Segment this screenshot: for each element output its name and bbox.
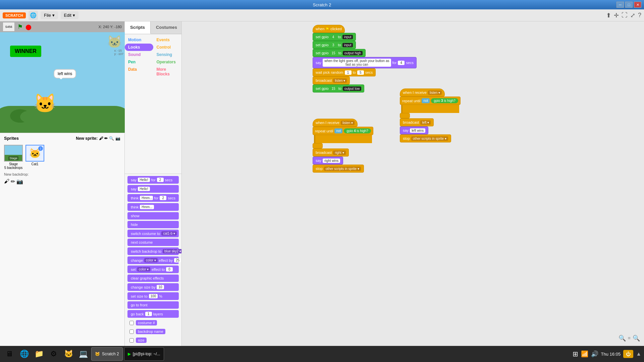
file-menu[interactable]: File ▾ — [41, 11, 58, 19]
edit-sprite-icon[interactable]: ✏ — [104, 136, 108, 141]
minimize-button[interactable]: ─ — [616, 2, 624, 8]
taskbar-settings-icon[interactable]: ⚙ — [47, 347, 60, 361]
backdrop-name-checkbox[interactable] — [129, 329, 134, 334]
block-costume-num[interactable]: costume # — [127, 319, 179, 326]
block-size[interactable]: size — [127, 337, 179, 344]
fullscreen-icon[interactable]: ⛶ — [622, 12, 628, 19]
block-switch-costume[interactable]: switch costume to cat1-b ▾ — [127, 230, 179, 237]
green-flag-button[interactable]: ⚑ — [17, 23, 23, 31]
cat-motion[interactable]: Motion — [125, 36, 153, 44]
block-think-secs[interactable]: think Hmm... for 2 secs — [127, 194, 179, 202]
zoom-in-icon[interactable]: 🔍 — [633, 335, 640, 342]
taskbar-grid-icon[interactable]: ⊞ — [573, 350, 578, 358]
taskbar-wifi-icon[interactable]: 📶 — [581, 350, 588, 358]
block-backdrop-name[interactable]: backdrop name — [127, 328, 179, 335]
paste-icon[interactable]: ✛ — [614, 12, 619, 19]
block-say-secs[interactable]: say Hello! for 2 secs — [127, 176, 179, 184]
block-repeat-until-gpio4[interactable]: repeat until not gpio 3 is high? — [400, 97, 461, 105]
tab-costumes[interactable]: Costumes — [151, 21, 183, 34]
zoom-icon[interactable]: ⤢ — [630, 12, 635, 19]
taskbar-files-icon[interactable]: 📁 — [32, 347, 46, 361]
globe-icon[interactable]: 🌐 — [29, 11, 38, 20]
block-clear-effects[interactable]: clear graphic effects — [127, 275, 179, 282]
edit-menu[interactable]: Edit ▾ — [61, 11, 78, 19]
block-when-receive-listen-2[interactable]: when I receive listen ▾ — [313, 119, 358, 127]
script-group-1: when ⚑ clicked set gpio 4 to input set g… — [313, 25, 417, 93]
taskbar-scratch-icon: 🐱 — [95, 352, 100, 356]
stage-sprite-item[interactable]: Stage Stage5 backdrops — [4, 145, 23, 170]
block-hide[interactable]: hide — [127, 221, 179, 228]
close-button[interactable]: ✕ — [634, 2, 641, 8]
costume-num-checkbox[interactable] — [129, 321, 134, 325]
menubar: SCRATCH 🌐 File ▾ Edit ▾ ⬆ ✛ ⛶ ⤢ ? — [0, 9, 644, 21]
block-switch-backdrop[interactable]: switch backdrop to blue sky2 ▾ — [127, 247, 179, 255]
block-when-flag-clicked[interactable]: when ⚑ clicked — [313, 25, 345, 33]
cat-data[interactable]: Data — [125, 66, 155, 78]
taskbar-desktop-icon[interactable]: 🖥 — [3, 347, 16, 361]
cat-sprite-item[interactable]: i 🐱 Cat1 — [25, 145, 44, 170]
block-broadcast-listen[interactable]: broadcast listen ▾ — [313, 76, 350, 84]
cat-control[interactable]: Control — [153, 44, 182, 51]
stop-button[interactable]: ⬤ — [25, 24, 32, 30]
zoom-reset-icon[interactable]: = — [628, 336, 631, 341]
cat-sensing[interactable]: Sensing — [153, 51, 182, 58]
block-broadcast-right[interactable]: broadcast right ▾ — [313, 148, 349, 157]
search-sprite-icon[interactable]: 🔍 — [109, 136, 114, 141]
block-say-left-wins[interactable]: say left wins — [400, 126, 428, 134]
block-show[interactable]: show — [127, 212, 179, 220]
block-repeat-until-gpio3[interactable]: repeat until not gpio 4 is high? — [313, 127, 373, 135]
block-set-effect[interactable]: set color ▾ effect to 0 — [127, 265, 179, 273]
block-say-instruction[interactable]: say when the light goes off, push your b… — [313, 57, 417, 68]
block-think[interactable]: think Hmm... — [127, 203, 179, 211]
taskbar-terminal-icon[interactable]: 💻 — [76, 347, 90, 361]
taskbar-power-icon[interactable]: ⏻ — [623, 350, 633, 358]
block-wait-random[interactable]: wait pick random 1 to 5 secs — [313, 68, 376, 76]
edit-backdrop-icon[interactable]: ✏ — [11, 178, 15, 185]
block-stop-other-scripts-2[interactable]: stop other scripts in sprite ▾ — [313, 165, 364, 173]
block-set-gpio4-input[interactable]: set gpio 4 to input — [313, 33, 356, 41]
paint-sprite-icon[interactable]: 🖌 — [99, 136, 103, 141]
taskbar-expand-icon[interactable]: ▲ — [636, 351, 641, 357]
camera-sprite-icon[interactable]: 📷 — [115, 136, 120, 141]
taskbar-terminal-app[interactable]: ▶ [pi@pi-top: ~/... — [124, 347, 164, 361]
zoom-out-icon[interactable]: 🔍 — [619, 335, 626, 342]
cat-sound[interactable]: Sound — [125, 51, 153, 58]
block-stop-other-scripts-3[interactable]: stop other scripts in sprite ▾ — [400, 134, 451, 142]
cat-thumbnail[interactable]: i 🐱 — [25, 145, 44, 162]
block-change-effect[interactable]: change color ▾ effect by 25 — [127, 256, 179, 264]
block-when-receive-listen-3[interactable]: when I receive listen ▾ — [400, 88, 445, 97]
block-go-to-front[interactable]: go to front — [127, 301, 179, 309]
tab-scripts[interactable]: Scripts — [125, 21, 151, 34]
cat-operators[interactable]: Operators — [153, 58, 182, 66]
help-icon[interactable]: ? — [638, 12, 641, 19]
block-change-size[interactable]: change size by 10 — [127, 283, 179, 291]
block-say-right-wins[interactable]: say right wins — [313, 157, 343, 165]
taskbar-browser-icon[interactable]: 🌐 — [17, 347, 31, 361]
block-next-costume[interactable]: next costume — [127, 239, 179, 246]
block-set-size[interactable]: set size to 100 % — [127, 292, 179, 300]
backdrop-controls: 🖌 ✏ 📷 — [0, 178, 124, 185]
taskbar: 🖥 🌐 📁 ⚙ 🐱 💻 🐱 Scratch 2 ▶ [pi@pi-top: ~/… — [0, 346, 644, 362]
cat-looks[interactable]: Looks — [125, 44, 153, 51]
stage-thumbnail[interactable]: Stage — [4, 145, 23, 162]
block-set-gpio15-low[interactable]: set gpio 15 to output low — [313, 84, 364, 93]
block-set-gpio15-high[interactable]: set gpio 15 to output high — [313, 49, 366, 57]
paint-backdrop-icon[interactable]: 🖌 — [4, 178, 9, 185]
size-checkbox[interactable] — [129, 338, 134, 343]
scripts-area[interactable]: when ⚑ clicked set gpio 4 to input set g… — [182, 21, 644, 346]
block-say[interactable]: say Hello! — [127, 185, 179, 193]
repeat-body-3 — [401, 105, 459, 113]
copy-icon[interactable]: ⬆ — [606, 12, 611, 19]
block-set-gpio3-input[interactable]: set gpio 3 to input — [313, 41, 356, 49]
cat-events[interactable]: Events — [153, 36, 182, 44]
cat-pen[interactable]: Pen — [125, 58, 153, 66]
block-go-back-layers[interactable]: go back 1 layers — [127, 310, 179, 318]
block-broadcast-left[interactable]: broadcast left ▾ — [400, 118, 434, 126]
window-controls: ─ □ ✕ — [616, 2, 641, 8]
taskbar-volume-icon[interactable]: 🔊 — [591, 350, 598, 358]
camera-backdrop-icon[interactable]: 📷 — [16, 178, 23, 185]
cat-more-blocks[interactable]: More Blocks — [155, 66, 182, 78]
taskbar-scratch-app[interactable]: 🐱 Scratch 2 — [91, 347, 123, 361]
maximize-button[interactable]: □ — [625, 2, 633, 8]
taskbar-cat-icon[interactable]: 🐱 — [62, 347, 75, 361]
